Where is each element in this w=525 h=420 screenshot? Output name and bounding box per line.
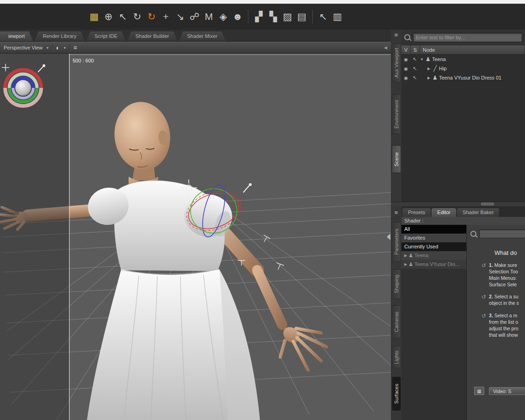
pane-options-icon[interactable]: ≡ xyxy=(392,31,401,39)
tab-shader-mixer[interactable]: Shader Mixer xyxy=(179,31,226,41)
toolbar-divider xyxy=(248,10,248,24)
eye-icon[interactable]: ◉ xyxy=(402,57,410,62)
subtab-shader-baker[interactable]: Shader Baker xyxy=(457,208,499,217)
geometry-editor-tool-icon[interactable]: ◈ xyxy=(216,8,230,25)
tab-environment[interactable]: Environment xyxy=(392,94,401,134)
chevron-down-icon[interactable]: ▼ xyxy=(46,46,49,49)
figure-icon: ♟ xyxy=(432,74,438,81)
render-camera-tool-icon[interactable]: ▥ xyxy=(330,8,345,25)
active-pose-tool-icon[interactable]: ↻ xyxy=(144,8,159,25)
scene-pane: ≡ Aux Viewport Environment Scene V S Nod… xyxy=(391,30,525,206)
column-node[interactable]: Node xyxy=(420,45,525,54)
pointer-icon[interactable]: ↖ xyxy=(411,56,419,62)
tab-lights[interactable]: Lights xyxy=(392,346,401,368)
eye-icon[interactable]: ◉ xyxy=(402,75,410,80)
shear-tool-a-icon[interactable]: ▞ xyxy=(252,8,266,25)
uv-view-tool-icon[interactable]: ▦ xyxy=(87,8,101,25)
list-item-teena[interactable]: ▶ ♟ Teena xyxy=(401,251,466,260)
pointer-icon[interactable]: ↖ xyxy=(411,75,419,81)
list-item-label[interactable]: Teena xyxy=(414,251,428,260)
orbit-tool-icon[interactable]: ⊕ xyxy=(101,8,116,25)
surface-selection-tool-icon[interactable]: M xyxy=(202,8,216,25)
chevron-right-icon[interactable]: ▶ xyxy=(404,260,407,269)
divider xyxy=(70,43,70,52)
pane-splitter[interactable] xyxy=(391,202,525,206)
tab-shaping[interactable]: Shaping xyxy=(392,269,401,299)
scene-node-row[interactable]: ◉ ↖ ▼ ♟ Teena xyxy=(401,55,525,64)
translate-tool-icon[interactable]: + xyxy=(159,8,173,25)
chevron-right-icon[interactable]: ▶ xyxy=(426,67,431,71)
scene-node-row[interactable]: ◉ ↖ ▶ ╱ Hip xyxy=(401,64,525,73)
toolbar-divider xyxy=(312,10,313,24)
shear-tool-b-icon[interactable]: ▚ xyxy=(266,8,280,25)
step-number: 3. xyxy=(489,313,493,318)
tab-shader-builder[interactable]: Shader Builder xyxy=(127,31,178,41)
help-step: ↻ 3. Select a m from the list o adjust t… xyxy=(482,313,525,338)
viewport-3d[interactable]: 500 : 600 xyxy=(0,54,391,420)
collapse-left-icon[interactable]: ◀ xyxy=(384,45,387,50)
tab-aux-viewport[interactable]: Aux Viewport xyxy=(392,43,401,82)
search-icon xyxy=(404,34,410,40)
pane-options-icon[interactable]: ≡ xyxy=(392,208,401,216)
subtab-presets[interactable]: Presets xyxy=(402,208,431,217)
subtab-editor[interactable]: Editor xyxy=(432,208,456,217)
help-title: What do xyxy=(467,249,525,256)
tab-cameras[interactable]: Cameras xyxy=(392,305,401,339)
divider xyxy=(52,43,53,52)
figure-icon: ♟ xyxy=(425,56,431,62)
tab-script-ide[interactable]: Script IDE xyxy=(86,31,126,41)
figure-setup-tool-icon[interactable]: ☻ xyxy=(230,8,245,25)
node-selection-tool-icon[interactable]: ↖ xyxy=(116,8,130,25)
node-label[interactable]: Teena VYusur Dio Dress 01 xyxy=(439,75,501,80)
joint-editor-tool-icon[interactable]: ☍ xyxy=(187,8,202,25)
chevron-down-icon[interactable]: ▼ xyxy=(420,57,424,62)
annotation-tool-icon[interactable]: ▨ xyxy=(280,8,295,25)
node-label[interactable]: Hip xyxy=(439,66,447,71)
list-item-label[interactable]: Teena VYusur Dio... xyxy=(414,260,459,269)
surfaces-pane-tab-strip: ≡ Parameters Shaping Cameras Lights Surf… xyxy=(391,206,401,420)
list-item-currently-used[interactable]: Currently Used xyxy=(401,242,466,251)
rotate-tool-icon[interactable]: ↻ xyxy=(130,8,144,25)
chevron-right-icon[interactable]: ▶ xyxy=(404,251,407,260)
step-text: Select a m from the list o adjust the pr… xyxy=(489,313,519,338)
surface-list: All Favorites Currently Used ▶ ♟ Teena ▶… xyxy=(401,225,467,420)
drawstyle-sphere-icon[interactable]: ◐ xyxy=(56,44,60,51)
chevron-right-icon[interactable]: ▶ xyxy=(426,76,431,80)
help-search-row xyxy=(470,229,523,238)
step-arrow-icon: ↻ xyxy=(482,262,486,288)
surfaces-help-panel: What do ↻ 1. Make sure Selection Too Mai… xyxy=(467,225,525,420)
camera-selector[interactable]: Perspective View xyxy=(4,45,43,50)
chevron-down-icon[interactable]: ▼ xyxy=(63,46,67,49)
scene-pane-tab-strip: ≡ Aux Viewport Environment Scene xyxy=(391,30,401,206)
eye-icon[interactable]: ◉ xyxy=(402,66,410,71)
scene-node-row[interactable]: ◉ ↖ ▶ ♟ Teena VYusur Dio Dress 01 xyxy=(401,73,525,82)
surfaces-pane: ≡ Parameters Shaping Cameras Lights Surf… xyxy=(391,206,525,420)
clapperboard-icon: ▦ xyxy=(474,387,484,395)
spot-render-tool-icon[interactable]: ▤ xyxy=(295,8,309,25)
figure-icon: ♟ xyxy=(408,260,413,269)
list-item-all[interactable]: All xyxy=(401,225,466,234)
trackball-sphere[interactable] xyxy=(15,80,31,96)
list-item-favorites[interactable]: Favorites xyxy=(401,234,466,242)
view-trackball-widget[interactable] xyxy=(5,70,41,106)
tab-scene[interactable]: Scene xyxy=(392,145,401,173)
tab-surfaces[interactable]: Surfaces xyxy=(392,377,401,411)
surface-search-input[interactable] xyxy=(479,229,525,238)
column-selectable[interactable]: S xyxy=(411,45,420,54)
tool-settings-icon[interactable]: ↖ xyxy=(316,8,330,25)
tab-viewport[interactable]: iewport xyxy=(0,31,33,41)
viewport-options-icon[interactable]: ≡ xyxy=(74,44,77,51)
video-button[interactable]: Video: S xyxy=(489,387,525,395)
bone-icon: ╱ xyxy=(432,65,438,72)
main-toolbar: ▦ ⊕ ↖ ↻ ↻ + ↘ ☍ M ◈ ☻ ▞ ▚ ▨ ▤ ↖ ▥ xyxy=(0,4,525,30)
column-visibility[interactable]: V xyxy=(401,45,411,54)
pointer-icon[interactable]: ↖ xyxy=(411,66,419,72)
node-label[interactable]: Teena xyxy=(432,56,446,62)
scene-filter-input[interactable] xyxy=(413,33,522,42)
viewport-canvas[interactable]: 500 : 600 xyxy=(0,54,391,420)
list-item-teena-dress[interactable]: ▶ ♟ Teena VYusur Dio... xyxy=(401,260,466,269)
scale-tool-icon[interactable]: ↘ xyxy=(173,8,187,25)
tab-render-library[interactable]: Render Library xyxy=(34,31,85,41)
tab-parameters[interactable]: Parameters xyxy=(392,222,401,262)
splitter-grip[interactable] xyxy=(481,203,494,205)
